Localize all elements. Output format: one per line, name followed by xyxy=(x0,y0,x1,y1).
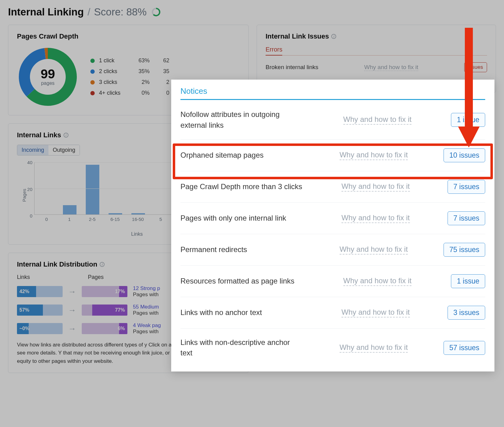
notice-row: Permanent redirectsWhy and how to fix it… xyxy=(180,234,485,266)
notice-name: Page Crawl Depth more than 3 clicks xyxy=(180,181,304,192)
fix-link[interactable]: Why and how to fix it xyxy=(341,308,410,317)
issue-count-pill[interactable]: 3 issues xyxy=(448,306,485,320)
issue-count-pill[interactable]: 10 issues xyxy=(444,148,485,162)
issue-count-pill[interactable]: 7 issues xyxy=(448,211,485,225)
issue-count-pill[interactable]: 75 issues xyxy=(444,243,485,257)
notices-panel: Notices Nofollow attributes in outgoing … xyxy=(171,80,494,371)
fix-link[interactable]: Why and how to fix it xyxy=(340,343,408,353)
notice-name: Pages with only one internal link xyxy=(180,213,304,224)
notice-name: Nofollow attributes in outgoing external… xyxy=(180,109,304,131)
notice-row: Orphaned sitemap pagesWhy and how to fix… xyxy=(180,140,485,171)
notice-name: Links with no anchor text xyxy=(180,307,304,318)
issue-count-pill[interactable]: 57 issues xyxy=(444,341,485,355)
fix-link[interactable]: Why and how to fix it xyxy=(340,151,408,160)
fix-link[interactable]: Why and how to fix it xyxy=(341,214,410,223)
fix-link[interactable]: Why and how to fix it xyxy=(340,245,408,255)
fix-link[interactable]: Why and how to fix it xyxy=(343,276,411,286)
notice-row: Links with no anchor textWhy and how to … xyxy=(180,297,485,329)
notice-name: Orphaned sitemap pages xyxy=(180,150,304,161)
notice-row: Pages with only one internal linkWhy and… xyxy=(180,203,485,234)
notice-row: Resources formatted as page linksWhy and… xyxy=(180,266,485,297)
issue-count-pill[interactable]: 1 issue xyxy=(451,113,485,127)
fix-link[interactable]: Why and how to fix it xyxy=(341,182,410,192)
notice-name: Permanent redirects xyxy=(180,244,304,255)
notice-row: Links with non-descriptive anchor textWh… xyxy=(180,329,485,367)
notice-name: Links with non-descriptive anchor text xyxy=(180,337,304,359)
fix-link[interactable]: Why and how to fix it xyxy=(343,115,411,125)
issue-count-pill[interactable]: 1 issue xyxy=(451,274,485,288)
notice-name: Resources formatted as page links xyxy=(180,276,304,287)
notices-title: Notices xyxy=(180,86,485,99)
notice-row: Nofollow attributes in outgoing external… xyxy=(180,101,485,140)
issue-count-pill[interactable]: 7 issues xyxy=(448,180,485,194)
notice-row: Page Crawl Depth more than 3 clicksWhy a… xyxy=(180,171,485,203)
